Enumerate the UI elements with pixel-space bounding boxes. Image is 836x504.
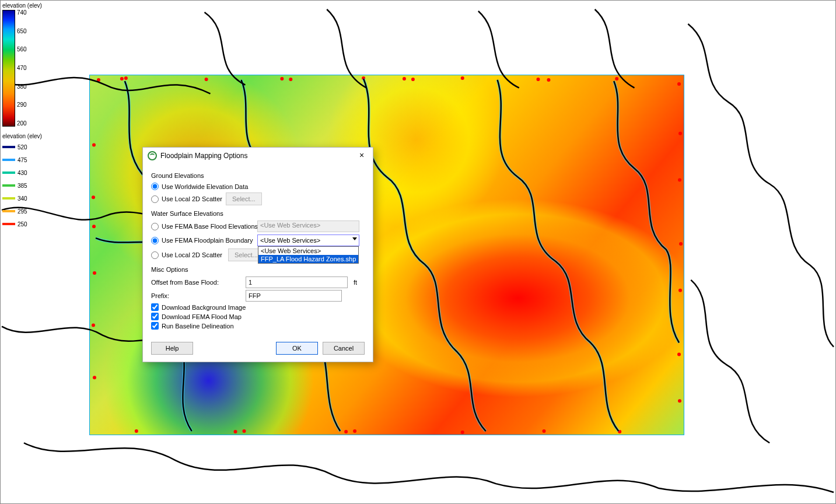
legend-gradient [2, 10, 15, 127]
map-canvas[interactable] [1, 1, 835, 503]
checkbox-run-baseline[interactable]: Run Baseline Delineation [151, 322, 234, 330]
app-icon [148, 151, 157, 160]
help-button[interactable]: Help [151, 342, 193, 355]
radio-local-2d-scatter-wse[interactable]: Use Local 2D Scatter [151, 251, 225, 259]
close-icon[interactable]: × [355, 151, 368, 160]
legend-title: elevation (elev) [2, 133, 42, 139]
radio-local-2d-scatter-ground[interactable]: Use Local 2D Scatter [151, 195, 222, 203]
boundary-source-select[interactable]: <Use Web Services> <Use Web Services> FF… [257, 235, 359, 246]
chevron-down-icon [352, 237, 357, 240]
cancel-button[interactable]: Cancel [323, 342, 365, 355]
legend-row: 520 [2, 141, 42, 153]
offset-label: Offset from Base Flood: [151, 279, 242, 286]
checkbox-download-background[interactable]: Download Background Image [151, 303, 246, 311]
dialog-title: Floodplain Mapping Options [160, 152, 247, 160]
boundary-source-dropdown[interactable]: <Use Web Services> FFP_LA Flood Hazard Z… [258, 246, 359, 264]
ok-button[interactable]: OK [276, 342, 318, 355]
contour-lines [1, 1, 835, 503]
legend-row: 295 [2, 205, 42, 218]
radio-fema-floodplain-boundary[interactable]: Use FEMA Floodplain Boundary [151, 237, 254, 244]
legend-row: 475 [2, 153, 42, 166]
bfe-source-select: <Use Web Services> [257, 220, 359, 232]
prefix-label: Prefix: [151, 292, 242, 299]
offset-unit: ft [354, 279, 357, 286]
legend-row: 340 [2, 192, 42, 205]
legend-row: 385 [2, 179, 42, 192]
section-water-surface-elevations: Water Surface Elevations [151, 210, 365, 217]
legend-title: elevation (elev) [2, 2, 42, 9]
dropdown-option[interactable]: <Use Web Services> [258, 247, 358, 255]
floodplain-mapping-options-dialog: Floodplain Mapping Options × Ground Elev… [142, 147, 373, 362]
legend-row: 250 [2, 218, 42, 230]
prefix-input[interactable] [246, 290, 342, 302]
radio-worldwide-elevation[interactable]: Use Worldwide Elevation Data [151, 183, 248, 190]
select-scatter-ground-button: Select... [226, 192, 262, 205]
legend-elevation-contour: elevation (elev) 520475430385340295250 [2, 133, 42, 230]
legend-row: 430 [2, 166, 42, 179]
legend-elevation-continuous: elevation (elev) 740 650 560 470 380 290… [2, 2, 42, 127]
checkbox-download-fema-map[interactable]: Download FEMA Flood Map [151, 313, 242, 320]
section-ground-elevations: Ground Elevations [151, 172, 365, 179]
offset-input[interactable] [246, 276, 348, 288]
legend-ticks: 740 650 560 470 380 290 200 [17, 10, 27, 127]
dialog-titlebar[interactable]: Floodplain Mapping Options × [143, 148, 373, 164]
radio-fema-base-flood-elevations[interactable]: Use FEMA Base Flood Elevations [151, 223, 254, 230]
section-misc-options: Misc Options [151, 266, 365, 273]
dropdown-option[interactable]: FFP_LA Flood Hazard Zones.shp [258, 255, 358, 263]
